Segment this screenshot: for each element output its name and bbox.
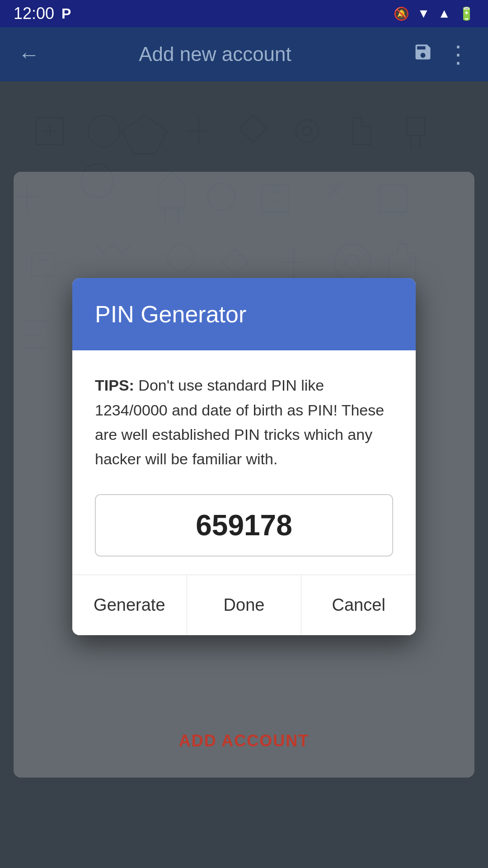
pin-value-display: 659178 [95, 494, 393, 557]
tips-content: Don't use standard PIN like 1234/0000 an… [95, 377, 384, 467]
dialog-tips: TIPS: Don't use standard PIN like 1234/0… [95, 373, 393, 472]
dialog-header: PIN Generator [72, 278, 416, 350]
dialog-title: PIN Generator [95, 301, 393, 328]
dialog-actions: Generate Done Cancel [72, 575, 416, 635]
tips-label: TIPS: [95, 377, 134, 394]
done-button[interactable]: Done [187, 575, 302, 635]
pin-generator-dialog: PIN Generator TIPS: Don't use standard P… [72, 278, 416, 635]
generate-button[interactable]: Generate [72, 575, 187, 635]
dialog-overlay: PIN Generator TIPS: Don't use standard P… [0, 0, 488, 868]
cancel-button[interactable]: Cancel [301, 575, 416, 635]
dialog-body: TIPS: Don't use standard PIN like 1234/0… [72, 350, 416, 575]
